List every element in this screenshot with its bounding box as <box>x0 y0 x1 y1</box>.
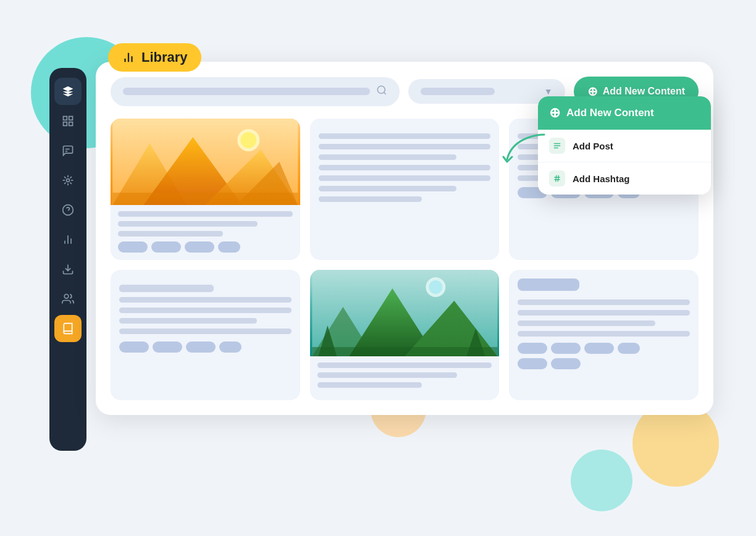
card-5-body <box>310 356 500 400</box>
svg-line-14 <box>64 183 65 184</box>
card-5 <box>310 270 500 400</box>
card-1-lines <box>118 211 293 237</box>
card-line <box>118 211 293 217</box>
card-tag <box>186 341 216 353</box>
card-tag <box>618 343 640 354</box>
add-post-icon <box>549 138 565 154</box>
dropdown-header: ⊕ Add New Content <box>538 96 711 130</box>
add-post-label: Add Post <box>573 141 613 151</box>
svg-point-25 <box>377 86 385 93</box>
card-6-tags <box>518 343 690 354</box>
sidebar <box>49 68 86 451</box>
library-label-icon <box>122 51 135 64</box>
card-line <box>118 231 223 237</box>
analytics-icon[interactable] <box>54 226 82 253</box>
card-1-tags <box>118 241 293 253</box>
support-icon[interactable] <box>54 196 82 224</box>
nav-icon[interactable] <box>54 78 82 105</box>
bg-circle-teal2 <box>571 450 632 511</box>
dropdown-title: Add New Content <box>566 107 654 119</box>
card-tag <box>119 341 149 353</box>
card-line <box>317 382 422 388</box>
add-hashtag-label: Add Hashtag <box>573 174 630 184</box>
card-line <box>518 331 690 337</box>
dropdown-header-icon: ⊕ <box>549 105 560 121</box>
card-line <box>319 196 422 202</box>
card-tag <box>185 241 214 253</box>
svg-point-37 <box>429 280 442 294</box>
dropdown-popup: ⊕ Add New Content Add Post Add Hashtag <box>538 96 711 195</box>
chevron-down-icon: ▼ <box>544 86 553 96</box>
library-label: Library <box>108 43 201 72</box>
card-line <box>518 310 690 316</box>
card-tag <box>151 241 181 253</box>
card-4-tags <box>119 341 292 353</box>
search-icon <box>376 85 387 99</box>
network-icon[interactable] <box>54 167 82 194</box>
team-icon[interactable] <box>54 285 82 312</box>
card-4-lines <box>119 285 292 334</box>
card-line <box>317 362 492 368</box>
add-hashtag-icon <box>549 170 565 186</box>
card-6-lines <box>518 299 690 337</box>
card-line <box>319 154 456 160</box>
add-hashtag-item[interactable]: Add Hashtag <box>538 162 711 195</box>
svg-rect-43 <box>312 347 497 356</box>
card-tag <box>584 343 614 354</box>
card-tag <box>518 358 547 369</box>
filter-bar-placeholder <box>421 88 495 95</box>
card-line <box>119 297 292 303</box>
search-bar-placeholder <box>123 88 370 95</box>
svg-rect-34 <box>112 193 298 205</box>
svg-point-21 <box>64 295 69 299</box>
svg-line-12 <box>70 183 72 184</box>
messages-icon[interactable] <box>54 137 82 164</box>
card-4-body <box>111 270 300 361</box>
library-label-text: Library <box>141 49 188 65</box>
card-2 <box>310 119 500 260</box>
card-line <box>317 372 457 378</box>
card-6 <box>509 270 699 400</box>
card-line <box>518 299 690 305</box>
svg-rect-1 <box>69 117 73 120</box>
svg-point-29 <box>240 132 256 148</box>
card-tag <box>518 343 547 354</box>
add-button-label: Add New Content <box>603 86 685 97</box>
green-mountain-image <box>310 270 500 356</box>
card-4 <box>111 270 300 400</box>
download-icon[interactable] <box>54 256 82 283</box>
card-tag <box>153 341 182 353</box>
svg-line-26 <box>384 92 385 94</box>
card-6-body <box>509 270 699 378</box>
card-line <box>119 285 214 292</box>
svg-line-50 <box>558 175 558 182</box>
card-header-tag <box>518 278 579 291</box>
card-1-body <box>111 205 300 260</box>
card-line <box>319 144 491 149</box>
dashboard-icon[interactable] <box>54 107 82 135</box>
card-line <box>119 318 257 324</box>
card-tag <box>551 343 581 354</box>
svg-rect-0 <box>64 117 67 120</box>
card-line <box>319 175 491 181</box>
library-icon[interactable] <box>54 315 82 342</box>
card-2-body <box>310 119 500 217</box>
card-1 <box>111 119 300 260</box>
card-tag <box>118 241 148 253</box>
add-post-item[interactable]: Add Post <box>538 130 711 162</box>
card-line <box>119 308 292 313</box>
card-line <box>319 165 491 170</box>
card-2-lines <box>319 133 491 202</box>
svg-line-49 <box>556 175 556 182</box>
card-line <box>119 329 292 334</box>
card-line <box>319 133 491 139</box>
card-tag <box>551 358 581 369</box>
main-panel: ▼ ⊕ Add New Content <box>96 62 713 415</box>
svg-rect-2 <box>64 122 67 126</box>
card-tag <box>218 241 240 253</box>
card-6-tags-2 <box>518 358 690 369</box>
card-line <box>518 320 655 326</box>
card-line <box>319 186 456 191</box>
search-box[interactable] <box>111 77 400 106</box>
svg-line-11 <box>64 177 65 178</box>
